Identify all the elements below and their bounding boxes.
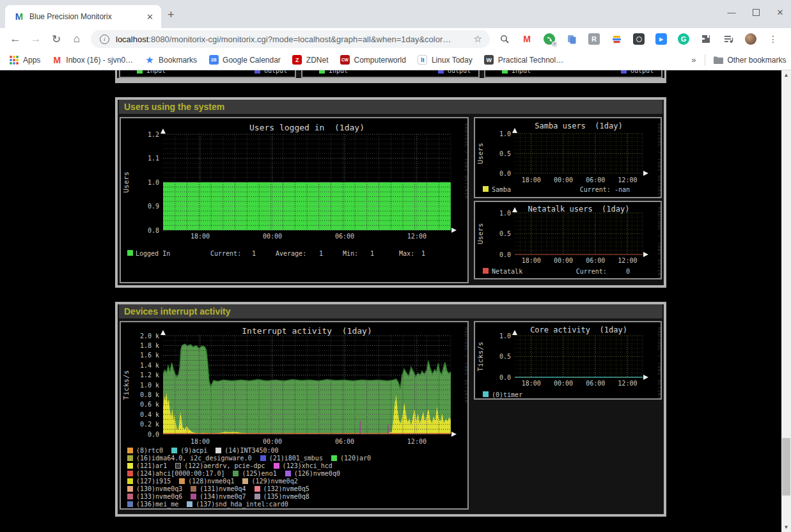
stat-value: 1 — [319, 250, 323, 257]
partial-graph-2[interactable]: Input output — [301, 70, 480, 78]
legend-item: (124)ahci[0000:00:17.0] — [127, 470, 224, 477]
other-bookmarks[interactable]: Other bookmarks — [713, 55, 786, 65]
samba-svg: Samba users (1day)0.00.51.018:0000:0006:… — [475, 118, 661, 197]
svg-text:Core activity (1day): Core activity (1day) — [530, 325, 627, 334]
back-button[interactable]: ← — [5, 33, 26, 45]
users-logged-in-graph[interactable]: Users logged in (1day)0.80.91.01.11.218:… — [120, 117, 469, 283]
output-label: output — [630, 70, 654, 74]
legend-item: (126)nvme0q0 — [285, 470, 340, 477]
bookmark-bookmarks[interactable]: ★ Bookmarks — [145, 55, 197, 65]
legend-swatch — [187, 501, 192, 507]
svg-text:12:00: 12:00 — [407, 438, 427, 445]
bookmark-google-calendar[interactable]: 28 Google Calendar — [208, 55, 281, 65]
legend-label: (131)nvme0q4 — [200, 485, 246, 492]
legend-item: (125)eno1 — [233, 470, 276, 477]
svg-text:0.5: 0.5 — [499, 150, 511, 157]
bookmark-label: Practical Technol… — [498, 56, 564, 65]
legend-label: (121)ar1 — [136, 462, 167, 469]
legend-swatch — [171, 448, 177, 453]
svg-text:1.0: 1.0 — [499, 210, 511, 217]
minimize-button[interactable]: — — [727, 8, 736, 18]
tab-close-icon[interactable]: ✕ — [144, 11, 156, 23]
samba-users-graph[interactable]: Samba users (1day)0.00.51.018:0000:0006:… — [474, 117, 662, 198]
playlist-extension-icon[interactable] — [723, 33, 734, 45]
page-info-icon[interactable]: i — [100, 35, 109, 44]
forward-button[interactable]: → — [26, 33, 46, 45]
legend-label: (137)snd_hda_intel:card0 — [196, 501, 288, 508]
svg-text:06:00: 06:00 — [586, 176, 605, 184]
lamp-extension-icon[interactable] — [633, 33, 645, 45]
interrupt-activity-graph[interactable]: Interrupt activity (1day)0.00.2 k0.4 k0.… — [120, 321, 469, 510]
browser-toolbar: ← → ↻ ⌂ i localhost:8080/monitorix-cgi/m… — [0, 28, 791, 50]
input-label: Input — [329, 70, 348, 74]
new-tab-button[interactable]: + — [168, 9, 175, 20]
svg-text:RRDTOOL / TOBI OETIKER: RRDTOOL / TOBI OETIKER — [657, 327, 661, 398]
bookmark-apps[interactable]: Apps — [9, 55, 40, 65]
home-button[interactable]: ⌂ — [67, 33, 87, 45]
legend-label: (125)eno1 — [242, 470, 276, 477]
url-text[interactable]: localhost:8080/monitorix-cgi/monitorix.c… — [116, 35, 470, 44]
legend-label: (8)rtc0 — [136, 447, 163, 454]
svg-text:2.0 k: 2.0 k — [140, 332, 159, 340]
legend-item: (121)ar1 — [127, 462, 167, 469]
monitorix-favicon-icon: M — [14, 12, 24, 22]
bookmark-linux-today[interactable]: lt Linux Today — [418, 55, 473, 65]
tab-blue-precision-monitorix[interactable]: M Blue Precision Monitorix ✕ — [5, 5, 161, 28]
browser-menu-icon[interactable]: ⋮ — [767, 33, 779, 45]
scroll-up-icon[interactable]: ▲ — [781, 70, 791, 80]
bookmark-zdnet[interactable]: Z ZDNet — [292, 55, 329, 65]
svg-text:Interrupt activity (1day): Interrupt activity (1day) — [242, 326, 372, 336]
extensions-puzzle-icon[interactable] — [700, 33, 712, 45]
stat-value: 1 — [370, 250, 374, 257]
svg-text:18:00: 18:00 — [522, 176, 541, 184]
bookmark-label: Bookmarks — [159, 56, 197, 65]
partial-graph-1[interactable]: Input output — [119, 70, 296, 78]
svg-text:12:00: 12:00 — [618, 257, 637, 264]
avatar[interactable] — [745, 33, 756, 45]
bookmarks-overflow-chevron[interactable]: » — [691, 55, 696, 65]
bookmark-computerworld[interactable]: CW Computerworld — [340, 55, 406, 65]
svg-text:18:00: 18:00 — [191, 233, 210, 240]
reload-button[interactable]: ↻ — [46, 33, 67, 46]
netatalk-svg: Netatalk users (1day)0.00.51.018:0000:00… — [475, 202, 661, 278]
gmail-extension-icon[interactable]: M — [521, 33, 533, 45]
grammarly-extension-icon[interactable]: G — [678, 33, 689, 45]
bookmark-practical-technology[interactable]: W Practical Technol… — [484, 55, 564, 65]
scrollbar-thumb[interactable] — [782, 438, 790, 496]
scrollbar[interactable]: ▲ ▼ — [781, 70, 791, 532]
netatalk-users-graph[interactable]: Netatalk users (1day)0.00.51.018:0000:00… — [474, 201, 662, 279]
legend-swatch — [285, 471, 291, 476]
maximize-button[interactable] — [751, 8, 760, 18]
svg-text:Users: Users — [122, 171, 130, 192]
legend-swatch — [127, 486, 133, 492]
legend-item: (131)nvme0q4 — [191, 485, 246, 492]
wordpress-icon: W — [484, 55, 494, 65]
legend-swatch — [255, 486, 260, 492]
search-icon[interactable] — [499, 33, 510, 45]
bookmark-label: ZDNet — [306, 56, 329, 65]
legend-label: Logged In — [136, 250, 170, 257]
bookmark-label: Computerworld — [354, 56, 406, 65]
legend-label: (133)nvme0q6 — [136, 493, 182, 500]
legend-swatch — [331, 455, 337, 461]
voice-extension-icon[interactable]: ? — [544, 33, 555, 45]
scroll-down-icon[interactable]: ▼ — [781, 522, 791, 532]
copy-pages-extension-icon[interactable] — [566, 33, 577, 45]
r-extension-icon[interactable]: R — [588, 33, 600, 45]
section-partial-top: Input output Input output Input output — [115, 70, 666, 83]
legend-swatch — [127, 478, 133, 484]
section-users: Users using the system Users logged in (… — [115, 97, 666, 288]
input-label: Input — [146, 70, 166, 74]
legend-item: (130)nvme0q3 — [127, 485, 182, 492]
legend-swatch — [191, 494, 196, 499]
books-extension-icon[interactable] — [611, 33, 622, 45]
bookmark-inbox[interactable]: M Inbox (16) - sjvn0… — [52, 55, 133, 65]
close-button[interactable]: ✕ — [776, 8, 785, 18]
zoom-camera-extension-icon[interactable]: ▶ — [655, 33, 667, 45]
core-activity-graph[interactable]: Core activity (1day)0.00.51.018:0000:000… — [474, 321, 662, 400]
address-bar[interactable]: i localhost:8080/monitorix-cgi/monitorix… — [91, 30, 490, 48]
bookmark-star-icon[interactable]: ☆ — [474, 33, 482, 45]
legend-swatch — [483, 268, 489, 274]
svg-text:12:00: 12:00 — [618, 380, 637, 387]
partial-graph-3[interactable]: Input output — [484, 70, 662, 78]
